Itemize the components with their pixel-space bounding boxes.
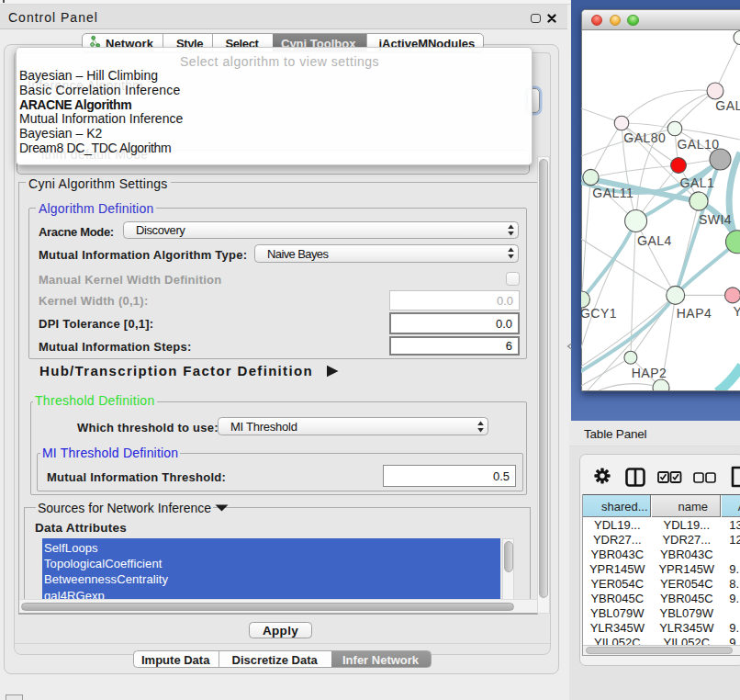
svg-text:HAP2: HAP2 [632, 366, 667, 380]
svg-text:HAP4: HAP4 [677, 306, 712, 321]
svg-text:YJL: YJL [734, 304, 740, 319]
svg-text:GAL10: GAL10 [677, 137, 719, 152]
svg-text:GAL1: GAL1 [680, 175, 715, 190]
svg-text:GAL7: GAL7 [715, 98, 740, 113]
svg-text:GAL80: GAL80 [623, 130, 666, 145]
svg-text:GCY1: GCY1 [581, 306, 617, 321]
svg-text:GAL4: GAL4 [637, 233, 672, 248]
svg-text:GAL11: GAL11 [592, 186, 633, 200]
svg-text:SWI4: SWI4 [699, 212, 732, 227]
